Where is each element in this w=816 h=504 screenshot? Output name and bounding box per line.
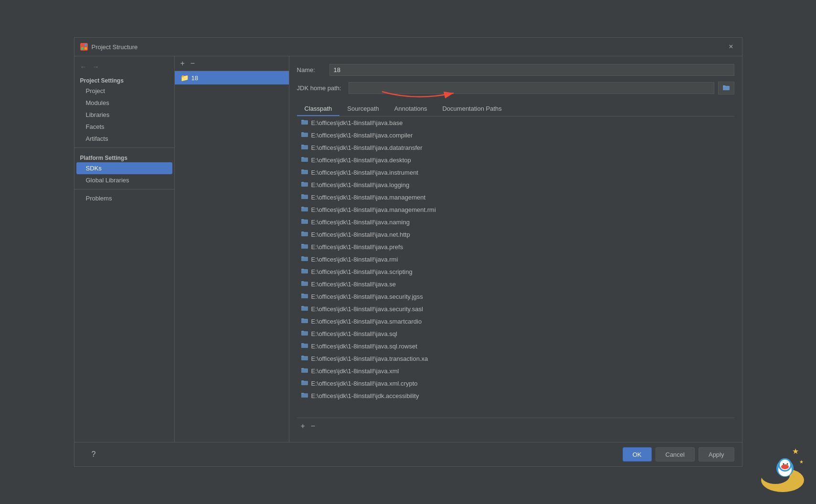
classpath-list-item[interactable]: E:\offices\jdk\1-8install!\java.instrume… [297,166,734,178]
classpath-list: E:\offices\jdk\1-8install!\java.baseE:\o… [297,116,734,418]
app-icon [80,43,88,51]
sidebar-item-libraries[interactable]: Libraries [74,109,174,121]
svg-point-29 [761,468,804,492]
add-classpath-button[interactable]: + [299,421,307,431]
add-sdk-button[interactable]: + [179,58,187,69]
sidebar-item-problems[interactable]: Problems [74,192,174,204]
back-arrow[interactable]: ← [78,62,89,72]
classpath-folder-icon [301,119,308,126]
classpath-list-item[interactable]: E:\offices\jdk\1-8install!\java.sql [297,327,734,340]
dialog-title: Project Structure [92,43,138,51]
sdk-item-18[interactable]: 📁 18 [175,71,289,84]
classpath-folder-icon [301,206,308,213]
classpath-list-item[interactable]: E:\offices\jdk\1-8install!\java.naming [297,216,734,228]
classpath-item-path: E:\offices\jdk\1-8install!\jdk.accessibi… [311,392,419,399]
classpath-folder-icon [301,168,308,176]
classpath-folder-icon [301,218,308,226]
svg-rect-5 [723,86,730,90]
classpath-item-path: E:\offices\jdk\1-8install!\java.compiler [311,132,413,139]
title-bar: Project Structure × [74,38,742,56]
classpath-list-item[interactable]: E:\offices\jdk\1-8install!\java.prefs [297,241,734,253]
classpath-list-item[interactable]: E:\offices\jdk\1-8install!\java.smartcar… [297,315,734,327]
classpath-folder-icon [301,317,308,325]
name-input[interactable] [329,64,734,76]
classpath-item-path: E:\offices\jdk\1-8install!\java.smartcar… [311,318,422,325]
svg-point-42 [784,465,786,467]
classpath-list-item[interactable]: E:\offices\jdk\1-8install!\java.xml [297,365,734,377]
svg-rect-14 [301,220,308,224]
sidebar-item-project[interactable]: Project [74,85,174,97]
classpath-list-item[interactable]: E:\offices\jdk\1-8install!\jdk.accessibi… [297,389,734,402]
classpath-folder-icon [301,305,308,313]
svg-point-33 [776,460,794,477]
title-bar-left: Project Structure [80,43,138,51]
remove-sdk-button[interactable]: − [189,58,197,69]
classpath-list-item[interactable]: E:\offices\jdk\1-8install!\java.rmi [297,253,734,265]
svg-text:★: ★ [792,447,799,455]
svg-rect-8 [301,145,308,149]
classpath-folder-icon [301,144,308,151]
classpath-list-item[interactable]: E:\offices\jdk\1-8install!\java.scriptin… [297,265,734,278]
svg-rect-11 [301,182,308,187]
close-button[interactable]: × [726,42,736,52]
sidebar-item-facets[interactable]: Facets [74,121,174,133]
jdk-browse-button[interactable] [718,82,734,94]
svg-rect-9 [301,158,308,162]
classpath-list-item[interactable]: E:\offices\jdk\1-8install!\java.base [297,116,734,129]
classpath-list-item[interactable]: E:\offices\jdk\1-8install!\java.manageme… [297,203,734,216]
svg-rect-27 [301,381,308,385]
sidebar-item-modules[interactable]: Modules [74,97,174,109]
classpath-list-item[interactable]: E:\offices\jdk\1-8install!\java.xml.cryp… [297,377,734,389]
sdk-toolbar: + − [175,56,289,71]
classpath-list-item[interactable]: E:\offices\jdk\1-8install!\java.compiler [297,129,734,141]
classpath-item-path: E:\offices\jdk\1-8install!\java.desktop [311,157,411,164]
classpath-item-path: E:\offices\jdk\1-8install!\java.instrume… [311,169,418,176]
classpath-folder-icon [301,156,308,164]
classpath-folder-icon [301,243,308,251]
help-button[interactable]: ? [82,447,106,462]
classpath-list-item[interactable]: E:\offices\jdk\1-8install!\java.net.http [297,228,734,241]
sidebar-item-global-libraries[interactable]: Global Libraries [74,174,174,186]
classpath-list-item[interactable]: E:\offices\jdk\1-8install!\java.datatran… [297,141,734,154]
classpath-list-item[interactable]: E:\offices\jdk\1-8install!\java.security… [297,290,734,303]
ok-button[interactable]: OK [623,447,652,462]
name-label: Name: [297,66,326,74]
jdk-path-input[interactable] [349,82,714,94]
svg-point-40 [787,463,788,465]
forward-arrow[interactable]: → [91,62,101,72]
sidebar-item-sdks[interactable]: SDKs [76,162,172,174]
apply-button[interactable]: Apply [699,447,734,462]
svg-rect-22 [301,319,308,323]
tab-classpath[interactable]: Classpath [297,102,340,116]
tab-annotations[interactable]: Annotations [387,102,435,116]
sidebar-item-artifacts[interactable]: Artifacts [74,133,174,145]
classpath-list-item[interactable]: E:\offices\jdk\1-8install!\java.desktop [297,154,734,166]
classpath-item-path: E:\offices\jdk\1-8install!\java.xml [311,368,399,375]
mascot-decoration: ★ ★ [759,437,806,494]
classpath-item-path: E:\offices\jdk\1-8install!\java.naming [311,219,410,226]
classpath-item-path: E:\offices\jdk\1-8install!\java.prefs [311,243,403,251]
classpath-list-item[interactable]: E:\offices\jdk\1-8install!\java.sql.rows… [297,340,734,352]
tab-documentation-paths[interactable]: Documentation Paths [434,102,509,116]
classpath-list-item[interactable]: E:\offices\jdk\1-8install!\java.transact… [297,352,734,365]
classpath-list-item[interactable]: E:\offices\jdk\1-8install!\java.security… [297,303,734,315]
classpath-list-item[interactable]: E:\offices\jdk\1-8install!\java.se [297,278,734,290]
classpath-folder-icon [301,342,308,350]
svg-rect-7 [301,133,308,137]
tab-sourcepath[interactable]: Sourcepath [339,102,387,116]
classpath-list-item[interactable]: E:\offices\jdk\1-8install!\java.logging [297,178,734,191]
classpath-item-path: E:\offices\jdk\1-8install!\java.xml.cryp… [311,380,418,387]
dialog-body: ← → Project Settings Project Modules Lib… [74,56,742,442]
svg-point-41 [781,464,789,469]
classpath-list-item[interactable]: E:\offices\jdk\1-8install!\java.manageme… [297,191,734,203]
classpath-item-path: E:\offices\jdk\1-8install!\java.base [311,119,403,126]
cancel-button[interactable]: Cancel [656,447,695,462]
remove-classpath-button[interactable]: − [309,421,317,431]
platform-settings-label: Platform Settings [74,151,174,162]
svg-point-39 [783,463,784,465]
mascot-svg: ★ ★ [759,437,806,494]
classpath-item-path: E:\offices\jdk\1-8install!\java.se [311,281,396,288]
project-structure-dialog: Project Structure × ← → Project Settings… [74,37,742,467]
sdk-list: 📁 18 [175,71,289,442]
classpath-item-path: E:\offices\jdk\1-8install!\java.rmi [311,256,398,263]
